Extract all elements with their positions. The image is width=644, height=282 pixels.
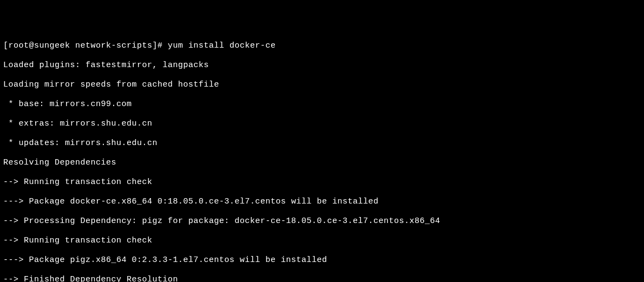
output-line: Resolving Dependencies [3,158,641,168]
output-line: * extras: mirrors.shu.edu.cn [3,119,641,129]
output-line: --> Running transaction check [3,178,641,187]
output-line: * base: mirrors.cn99.com [3,100,641,109]
output-line: Loading mirror speeds from cached hostfi… [3,80,641,90]
shell-prompt-line[interactable]: [root@sungeek network-scripts]# yum inst… [3,41,641,51]
output-line: Loaded plugins: fastestmirror, langpacks [3,61,641,70]
output-line: --> Running transaction check [3,236,641,246]
output-line: ---> Package docker-ce.x86_64 0:18.05.0.… [3,197,641,207]
output-line: * updates: mirrors.shu.edu.cn [3,139,641,148]
output-line: ---> Package pigz.x86_64 0:2.3.3-1.el7.c… [3,255,641,265]
output-line: --> Processing Dependency: pigz for pack… [3,217,641,226]
output-line: --> Finished Dependency Resolution [3,275,641,282]
